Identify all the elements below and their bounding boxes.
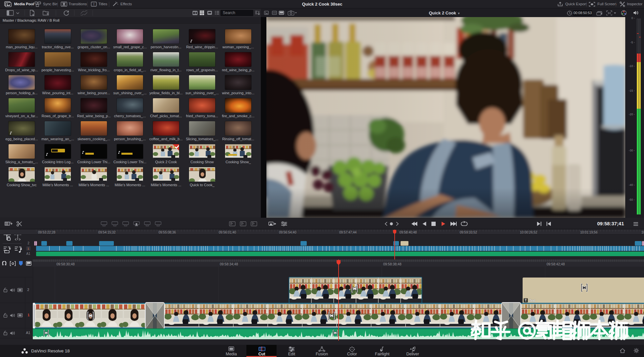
svg-text:T: T: [93, 3, 95, 6]
svg-text:z: z: [10, 221, 11, 223]
